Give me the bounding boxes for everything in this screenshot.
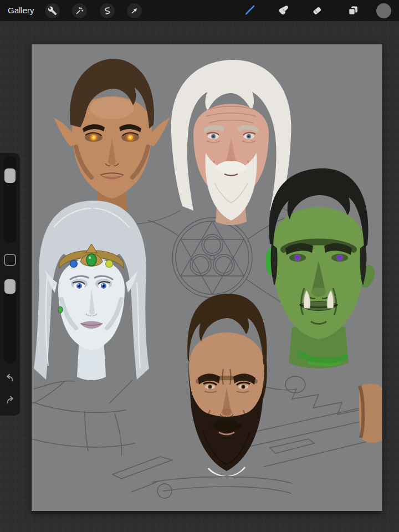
layers-icon <box>346 4 360 17</box>
portrait-bearded-man <box>187 294 267 476</box>
color-swatch-circle <box>376 3 392 19</box>
hexagram-emblem-sketch <box>148 218 284 304</box>
color-button[interactable] <box>375 2 392 19</box>
redo-button[interactable] <box>4 393 16 406</box>
sidebar <box>0 153 20 416</box>
transform-button[interactable] <box>127 3 142 18</box>
undo-arrow-icon <box>4 371 16 383</box>
transform-arrow-icon <box>130 6 139 16</box>
layers-button[interactable] <box>345 2 361 19</box>
artwork <box>32 44 382 511</box>
smudge-finger-icon <box>277 4 290 17</box>
left-gem <box>70 260 78 268</box>
right-gem <box>106 260 113 268</box>
brush-size-handle[interactable] <box>4 168 16 183</box>
redo-arrow-icon <box>4 393 16 406</box>
eraser-button[interactable] <box>309 2 325 19</box>
smudge-button[interactable] <box>275 2 292 19</box>
gallery-button[interactable]: Gallery <box>8 0 34 21</box>
undo-button[interactable] <box>4 371 16 383</box>
wrench-icon <box>48 6 57 16</box>
brush-button[interactable] <box>241 2 258 19</box>
actions-button[interactable] <box>45 3 60 18</box>
eraser-icon <box>310 4 324 17</box>
center-gem <box>86 254 96 266</box>
top-toolbar: Gallery <box>0 0 399 21</box>
selection-button[interactable] <box>100 3 115 18</box>
magic-wand-icon <box>75 6 84 16</box>
portrait-orc <box>265 168 375 369</box>
paintbrush-icon <box>243 4 256 17</box>
modify-button[interactable] <box>4 254 16 266</box>
canvas[interactable] <box>32 44 382 511</box>
portrait-elf-queen <box>34 201 149 380</box>
adjustments-button[interactable] <box>72 3 87 18</box>
selection-s-icon <box>103 6 112 16</box>
portrait-old-man <box>171 60 291 225</box>
brush-opacity-handle[interactable] <box>4 279 16 294</box>
